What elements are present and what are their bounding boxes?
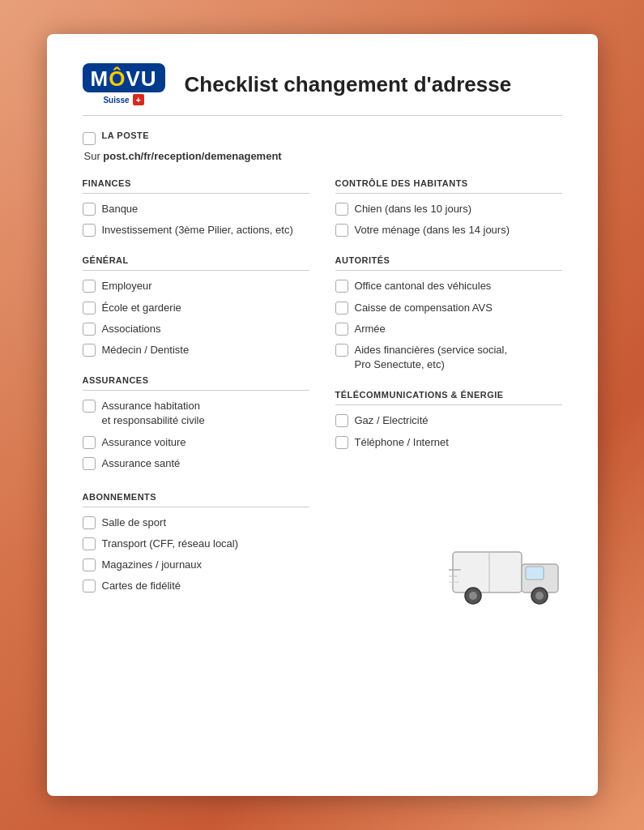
autorites-title: AUTORITÉS: [335, 255, 562, 265]
document-page: MÔVU Suisse Checklist changement d'adres…: [47, 34, 598, 796]
abonnements-title: ABONNEMENTS: [83, 492, 309, 502]
checkbox-investissement[interactable]: [83, 224, 96, 237]
abonnements-col: ABONNEMENTS Salle de sport Transport (CF…: [83, 492, 309, 612]
list-item: Banque: [83, 202, 309, 216]
checkbox-gaz[interactable]: [335, 414, 348, 427]
section-abonnements: ABONNEMENTS Salle de sport Transport (CF…: [83, 492, 309, 594]
controle-title: CONTRÔLE DES HABITANTS: [335, 178, 562, 188]
assurances-title: ASSURANCES: [83, 375, 309, 385]
checkbox-office-vehicules[interactable]: [335, 280, 348, 293]
list-item: Chien (dans les 10 jours): [335, 202, 562, 216]
la-poste-checkbox[interactable]: [83, 132, 96, 145]
checkbox-telephone[interactable]: [335, 436, 348, 449]
header-divider: [83, 115, 562, 116]
autorites-divider: [335, 270, 562, 271]
page-title: Checklist changement d'adresse: [185, 72, 562, 97]
checkbox-caisse-avs[interactable]: [335, 302, 348, 314]
list-item: Associations: [83, 322, 309, 336]
label-investissement: Investissement (3ème Pilier, actions, et…: [102, 223, 293, 237]
checkbox-salle-sport[interactable]: [83, 516, 96, 529]
svg-point-6: [469, 592, 477, 600]
list-item: Transport (CFF, réseau local): [83, 537, 309, 551]
checkbox-menage[interactable]: [335, 224, 348, 237]
label-chien: Chien (dans les 10 jours): [355, 202, 472, 216]
list-item: Assurance habitationet responsabilité ci…: [83, 399, 309, 428]
section-controle: CONTRÔLE DES HABITANTS Chien (dans les 1…: [335, 178, 562, 237]
label-menage: Votre ménage (dans les 14 jours): [355, 223, 510, 237]
logo-movu: MÔVU: [91, 68, 157, 89]
list-item: Caisse de compensation AVS: [335, 301, 562, 315]
checkbox-employeur[interactable]: [83, 280, 96, 293]
list-item: Employeur: [83, 279, 309, 293]
checkbox-associations[interactable]: [83, 323, 96, 336]
section-telecom: TÉLÉCOMMUNICATIONS & ÉNERGIE Gaz / Elect…: [335, 390, 562, 449]
list-item: École et garderie: [83, 301, 309, 315]
label-aides-fin: Aides financières (service social,Pro Se…: [355, 343, 508, 372]
label-medecin: Médecin / Dentiste: [102, 343, 190, 357]
label-office-vehicules: Office cantonal des véhicules: [355, 279, 492, 293]
bottom-section: ABONNEMENTS Salle de sport Transport (CF…: [83, 492, 562, 612]
telecom-title: TÉLÉCOMMUNICATIONS & ÉNERGIE: [335, 390, 562, 400]
la-poste-title: LA POSTE: [102, 130, 150, 140]
label-associations: Associations: [102, 322, 161, 336]
controle-divider: [335, 193, 562, 194]
assurances-divider: [83, 390, 309, 391]
checkbox-armee[interactable]: [335, 323, 348, 336]
checkbox-banque[interactable]: [83, 203, 96, 216]
checkbox-cartes[interactable]: [83, 580, 96, 593]
checkbox-assurance-voiture[interactable]: [83, 436, 96, 449]
la-poste-url: Sur post.ch/fr/reception/demenagement: [84, 150, 562, 162]
label-gaz: Gaz / Electricité: [355, 413, 429, 428]
section-autorites: AUTORITÉS Office cantonal des véhicules …: [335, 255, 562, 372]
finances-divider: [83, 193, 309, 194]
checkbox-assurance-hab[interactable]: [83, 400, 96, 413]
la-poste-row: LA POSTE: [83, 130, 562, 145]
col-left: FINANCES Banque Investissement (3ème Pil…: [83, 178, 309, 489]
label-transport: Transport (CFF, réseau local): [102, 537, 239, 551]
header: MÔVU Suisse Checklist changement d'adres…: [83, 63, 562, 105]
label-caisse-avs: Caisse de compensation AVS: [355, 301, 493, 315]
logo-box: MÔVU: [83, 63, 165, 92]
general-title: GÉNÉRAL: [83, 255, 309, 265]
label-salle-sport: Salle de sport: [102, 516, 167, 530]
truck-icon: [449, 536, 562, 609]
list-item: Votre ménage (dans les 14 jours): [335, 223, 562, 237]
svg-rect-0: [453, 552, 522, 593]
label-employeur: Employeur: [102, 279, 152, 293]
telecom-divider: [335, 404, 562, 405]
label-assurance-voiture: Assurance voiture: [102, 435, 186, 450]
list-item: Assurance voiture: [83, 435, 309, 450]
label-assurance-sante: Assurance santé: [102, 456, 181, 471]
label-ecole: École et garderie: [102, 301, 181, 315]
truck-area: [335, 536, 562, 612]
label-magazines: Magazines / journaux: [102, 558, 203, 572]
checkbox-medecin[interactable]: [83, 344, 96, 357]
checkbox-transport[interactable]: [83, 537, 96, 550]
list-item: Magazines / journaux: [83, 558, 309, 572]
list-item: Téléphone / Internet: [335, 435, 562, 450]
checkbox-assurance-sante[interactable]: [83, 457, 96, 470]
list-item: Gaz / Electricité: [335, 413, 562, 428]
logo-suisse: Suisse: [83, 94, 165, 105]
finances-title: FINANCES: [83, 178, 309, 188]
list-item: Cartes de fidélité: [83, 579, 309, 593]
logo-area: MÔVU Suisse: [83, 63, 165, 105]
svg-rect-2: [526, 567, 544, 580]
list-item: Salle de sport: [83, 516, 309, 530]
label-armee: Armée: [355, 322, 386, 336]
la-poste-section: LA POSTE Sur post.ch/fr/reception/demena…: [83, 130, 562, 162]
label-banque: Banque: [102, 202, 139, 216]
bottom-grid: ABONNEMENTS Salle de sport Transport (CF…: [83, 492, 562, 612]
list-item: Office cantonal des véhicules: [335, 279, 562, 293]
list-item: Médecin / Dentiste: [83, 343, 309, 357]
swiss-flag-icon: [133, 94, 144, 105]
checkbox-magazines[interactable]: [83, 558, 96, 571]
checkbox-aides-fin[interactable]: [335, 344, 348, 357]
col-right: CONTRÔLE DES HABITANTS Chien (dans les 1…: [335, 178, 562, 489]
section-finances: FINANCES Banque Investissement (3ème Pil…: [83, 178, 309, 237]
checkbox-chien[interactable]: [335, 203, 348, 216]
list-item: Investissement (3ème Pilier, actions, et…: [83, 223, 309, 237]
checkbox-ecole[interactable]: [83, 302, 96, 314]
list-item: Armée: [335, 322, 562, 336]
general-divider: [83, 270, 309, 271]
